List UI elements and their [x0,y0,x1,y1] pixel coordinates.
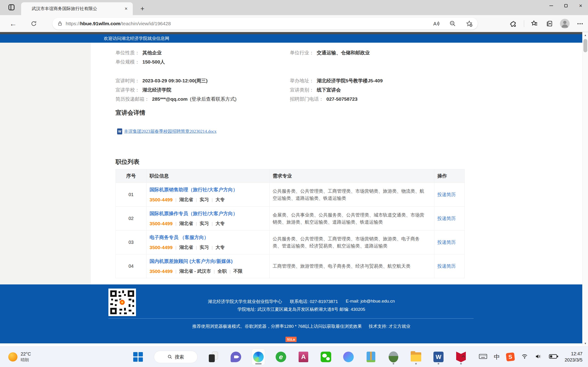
col-header-majors: 需求专业 [270,169,434,183]
job-info-cell: 国内机票差旅顾问 (大客户方向/新媒体) 3500-4499 |湖北省 - 武汉… [147,254,270,278]
running-dot [415,363,417,365]
wifi-icon [521,353,528,360]
running-dot [438,363,439,365]
profile-avatar[interactable] [560,19,570,28]
battery-button[interactable] [549,353,558,360]
close-icon: × [579,3,582,8]
scrollbar-up-arrow[interactable]: ▲ [582,32,588,38]
start-button[interactable] [131,349,145,365]
job-table-row: 03 电子商务专员 （客服方向） 3500-4499 |湖北省|实习|大专 公共… [116,230,464,254]
session-time-label: 宣讲时间： [115,77,140,84]
apply-resume-link[interactable]: 投递简历 [437,215,456,222]
refresh-icon [31,20,37,27]
scrollbar-down-arrow[interactable]: ▼ [582,340,588,346]
school-label: 宣讲学校： [115,87,140,93]
job-tags: |湖北省 - 武汉市|全职|不限 [173,268,242,274]
job-title-link[interactable]: 国际机票操作专员（旅行社/大客户方向） [149,210,238,217]
puzzle-icon [510,20,517,27]
taskbar-app-photos[interactable] [387,349,400,365]
taskbar-app-access[interactable]: A [297,349,310,365]
new-tab-button[interactable]: + [138,4,147,13]
apply-resume-link[interactable]: 投递简历 [437,239,456,245]
taskbar-clock[interactable]: 12:47 2023/3/5 [565,351,582,363]
read-aloud-button[interactable]: A [431,19,441,28]
zoom-out-button[interactable] [448,19,458,28]
unit-scale-row: 单位规模： 150-500人 [115,58,165,65]
taskbar-app-quark[interactable] [342,349,355,365]
browser-tab[interactable]: 武汉市丰谊商务国际旅行社有限公 × [21,2,133,15]
address-label: 举办地址： [290,77,314,84]
taskbar-app-edge[interactable] [252,349,265,365]
minimize-button[interactable] [544,0,559,11]
refresh-button[interactable] [28,18,39,29]
sogou-icon[interactable]: S [506,352,515,361]
unit-industry-label: 单位行业： [290,50,314,56]
weather-widget[interactable]: 22°C 晴朗 [8,347,31,367]
search-icon [167,354,173,359]
settings-menu-button[interactable] [575,19,585,28]
job-title-link[interactable]: 电子商务专员 （客服方向） [149,234,209,241]
taskbar-app-360browser[interactable]: e [274,349,288,365]
taskbar-app-word[interactable]: W [432,349,445,365]
star-add-icon [466,20,473,27]
add-favorite-button[interactable] [464,19,474,28]
maximize-button[interactable] [559,0,573,11]
tab-close-icon[interactable]: × [123,5,130,12]
tab-strip: 武汉市丰谊商务国际旅行社有限公 × + × [0,0,588,15]
51la-badge[interactable]: 51La [285,337,296,342]
touch-keyboard-button[interactable] [479,353,487,361]
footer-contact-line: 湖北经济学院大学生就业创业指导中心 联系电话: 027-81973871 E-m… [104,299,499,305]
apply-resume-link[interactable]: 投递简历 [437,192,456,198]
window-controls: × [544,0,588,11]
attachment-link[interactable]: 丰谊集团2023届春季校园招聘简章20230214.docx [124,128,216,134]
extensions-button[interactable] [509,19,519,28]
toolbar-divider [524,20,524,27]
taskbar-app-wechat[interactable] [319,349,333,365]
zip-icon [367,352,375,362]
ime-indicator[interactable]: 中 [494,353,500,361]
category-value: 线下宣讲会 [317,87,341,93]
taskbar-app-chat[interactable] [229,349,242,365]
chevron-up-icon [460,353,466,359]
favorites-button[interactable] [530,19,539,28]
tab-actions-icon[interactable] [7,3,16,12]
detail-heading: 宣讲会详情 [115,109,145,117]
job-index: 01 [116,183,147,206]
tab-actions-glyph [9,4,15,10]
phone-label: 招聘部门电话： [290,96,324,102]
scrollbar-thumb[interactable] [583,39,587,52]
welcome-banner: 欢迎访问湖北经济学院就业信息网 [0,34,588,43]
jobs-table: 序号 职位信息 需求专业 操作 01 国际机票销售助理（旅行社/大客户方向） 3… [115,169,465,278]
job-title-link[interactable]: 国际机票销售助理（旅行社/大客户方向） [149,186,238,193]
address-bar[interactable]: https://hbue.91wllm.com/teachin/view/id/… [52,18,478,30]
school-row: 宣讲学校： 湖北经济学院 [115,86,171,93]
apply-resume-link[interactable]: 投递简历 [437,263,456,269]
page-scrollbar[interactable]: ▲ ▼ [582,32,588,346]
job-salary: 3500-4499 [149,197,173,202]
back-button[interactable]: ← [8,18,18,29]
taskbar-search[interactable]: 搜索 [154,351,198,363]
page-footer: 湖北经济学院大学生就业创业指导中心 联系电话: 027-81973871 E-m… [0,284,588,343]
taskbar-app-explorer[interactable] [409,349,423,365]
job-tag: 大专 [216,244,225,250]
volume-button[interactable] [535,353,543,361]
job-action-cell: 投递简历 [434,231,465,254]
taskbar-app-zip[interactable] [364,349,378,365]
collections-button[interactable] [545,19,554,28]
tab-title: 武汉市丰谊商务国际旅行社有限公 [32,6,123,12]
job-majors: 公共服务类、公共管理类、工商管理类、市场营销类、旅游类、物流类、航空运输类、道路… [270,183,434,206]
url-path: /teachin/view/id/196428 [120,21,171,26]
toolbar-right-icons [509,18,585,30]
taskbar-center: 搜索 e A W [131,347,468,367]
wifi-button[interactable] [521,353,528,361]
taskbar-app-devices[interactable] [207,349,220,365]
wechat-icon [321,352,331,362]
browser-360-icon: e [276,352,286,362]
close-button[interactable]: × [573,0,588,11]
job-salary: 3500-4499 [149,269,173,274]
job-title-link[interactable]: 国内机票差旅顾问 (大客户方向/新媒体) [149,258,233,265]
hidden-icons-button[interactable] [460,353,466,360]
attachment-row: W 丰谊集团2023届春季校园招聘简章20230214.docx [117,128,216,134]
url-text[interactable]: https://hbue.91wllm.com/teachin/view/id/… [66,21,431,26]
word-doc-icon: W [117,128,122,134]
